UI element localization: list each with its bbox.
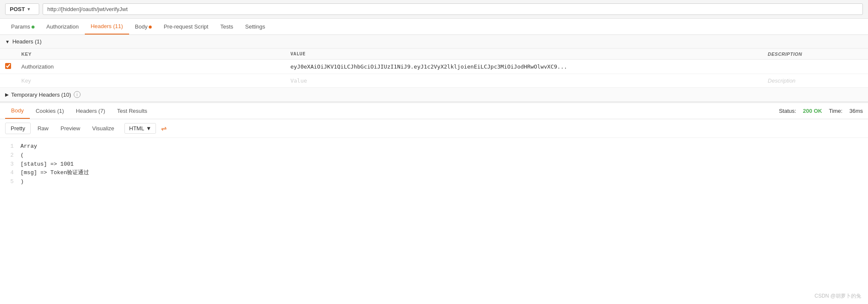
key-placeholder[interactable]: Key — [21, 77, 31, 84]
params-dot — [32, 26, 35, 29]
body-tab-visualize[interactable]: Visualize — [87, 123, 119, 134]
body-tab-raw[interactable]: Raw — [32, 123, 54, 134]
desc-col-header: DESCRIPTION — [763, 49, 868, 60]
url-bar: POST ▼ — [0, 0, 868, 19]
line-number: 3 — [5, 160, 14, 169]
line-number: 2 — [5, 151, 14, 160]
temp-info-icon[interactable]: i — [74, 91, 81, 98]
row-checkbox-0[interactable] — [5, 63, 11, 69]
line-content: Array — [20, 142, 37, 151]
code-line: 2( — [5, 151, 863, 160]
format-arrow: ▼ — [146, 125, 151, 132]
body-controls: PrettyRawPreviewVisualize HTML ▼ ⇌ — [0, 119, 868, 138]
code-line: 3 [status] => 1001 — [5, 160, 863, 169]
value-col-header: VALUE — [285, 49, 762, 60]
toggle-icon: ▼ — [5, 39, 10, 44]
time-label: Time: — [829, 108, 842, 114]
temp-headers-title: Temporary Headers (10) — [11, 92, 71, 98]
request-tabs: ParamsAuthorizationHeaders (11)BodyPre-r… — [0, 19, 868, 35]
table-row: KeyValueDescription — [0, 74, 868, 88]
code-output: 1Array2(3 [status] => 10014 [msg] => Tok… — [0, 138, 868, 191]
method-label: POST — [10, 6, 25, 12]
value-placeholder[interactable]: Value — [290, 77, 307, 84]
line-number: 1 — [5, 142, 14, 151]
code-line: 1Array — [5, 142, 863, 151]
response-tabs-bar: BodyCookies (1)Headers (7)Test Results S… — [0, 103, 868, 119]
tab-headers[interactable]: Headers (11) — [85, 19, 129, 34]
line-number: 5 — [5, 178, 14, 186]
line-content: [status] => 1001 — [20, 160, 74, 169]
headers-section-title: Headers (1) — [12, 38, 42, 45]
temp-headers-section[interactable]: ▶ Temporary Headers (10) i — [0, 88, 868, 102]
table-row: AuthorizationeyJ0eXAiOiJKV1QiLCJhbGciOiJ… — [0, 60, 868, 74]
method-select[interactable]: POST ▼ — [5, 3, 39, 15]
tab-params[interactable]: Params — [5, 19, 40, 34]
tab-authorization[interactable]: Authorization — [40, 19, 85, 34]
response-section: BodyCookies (1)Headers (7)Test Results S… — [0, 102, 868, 191]
header-key-0: Authorization — [16, 60, 285, 74]
method-arrow: ▼ — [26, 7, 31, 11]
tab-settings[interactable]: Settings — [239, 19, 271, 34]
status-label: Status: — [779, 108, 796, 114]
tab-tests[interactable]: Tests — [214, 19, 239, 34]
key-col-header: KEY — [16, 49, 285, 60]
line-number: 4 — [5, 169, 14, 178]
headers-section: ▼ Headers (1) KEY VALUE DESCRIPTION Auth… — [0, 35, 868, 102]
url-input[interactable] — [43, 3, 863, 15]
tab-body[interactable]: Body — [129, 19, 158, 34]
body-tab-preview[interactable]: Preview — [55, 123, 85, 134]
line-content: ( — [20, 151, 24, 160]
header-value-0: eyJ0eXAiOiJKV1QiLCJhbGciOiJIUzI1NiJ9.eyJ… — [285, 60, 762, 74]
format-label: HTML — [129, 125, 144, 132]
response-tab-headers[interactable]: Headers (7) — [70, 103, 111, 118]
time-value: 36ms — [849, 108, 863, 114]
headers-table: KEY VALUE DESCRIPTION AuthorizationeyJ0e… — [0, 49, 868, 88]
response-tab-body[interactable]: Body — [5, 103, 30, 119]
wrap-icon[interactable]: ⇌ — [161, 124, 167, 132]
code-line: 5) — [5, 178, 863, 186]
line-content: ) — [20, 178, 24, 186]
checkbox-col-header — [0, 49, 16, 60]
body-tab-pretty[interactable]: Pretty — [5, 123, 31, 134]
headers-section-header[interactable]: ▼ Headers (1) — [0, 35, 868, 49]
code-line: 4 [msg] => Token验证通过 — [5, 169, 863, 178]
desc-placeholder[interactable]: Description — [768, 77, 796, 84]
response-tab-cookies[interactable]: Cookies (1) — [30, 103, 70, 118]
temp-toggle-icon: ▶ — [5, 92, 9, 98]
response-tab-testresults[interactable]: Test Results — [111, 103, 153, 118]
response-status: Status: 200 OK Time: 36ms — [779, 108, 863, 114]
line-content: [msg] => Token验证通过 — [20, 169, 89, 178]
format-select[interactable]: HTML ▼ — [124, 123, 156, 134]
body-dot — [149, 26, 152, 29]
status-value: 200 OK — [803, 108, 822, 114]
tab-prerequest[interactable]: Pre-request Script — [158, 19, 214, 34]
